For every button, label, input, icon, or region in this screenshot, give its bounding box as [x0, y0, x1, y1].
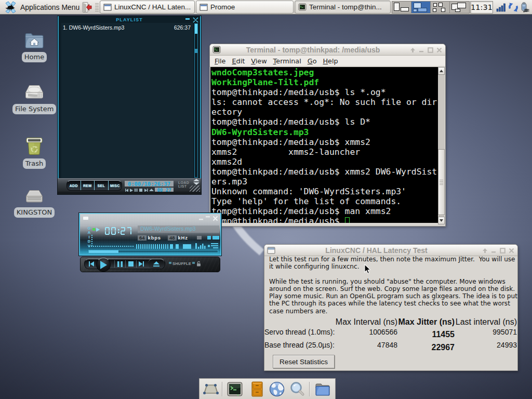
- playlist-resize-grip[interactable]: [190, 185, 200, 192]
- promoe-eject-button[interactable]: [149, 259, 164, 269]
- dock-web-browser-icon[interactable]: [269, 381, 285, 397]
- menu-go[interactable]: Go: [304, 57, 320, 65]
- prev-icon: [89, 261, 95, 267]
- clutterbar-letter[interactable]: O: [87, 227, 91, 231]
- terminal-titlebar[interactable]: Terminal - tomp@thinkpad: /media/usb: [210, 44, 445, 56]
- workspace-3[interactable]: [431, 2, 450, 13]
- taskbar-button-promoe[interactable]: Promoe: [196, 1, 294, 14]
- promoe-clutterbar[interactable]: O A I D V: [87, 227, 91, 248]
- dock-separator: [222, 382, 222, 396]
- clutterbar-letter[interactable]: D: [87, 240, 91, 244]
- promoe-play-button[interactable]: [96, 258, 111, 272]
- promoe-shuffle-toggle[interactable]: SHUFFLE: [172, 261, 191, 266]
- promoe-next-button[interactable]: [136, 259, 147, 269]
- terminal-output[interactable]: wndoComp3states.jpeg WorkingPlane-Tilt.p…: [210, 67, 438, 223]
- playlist-sel-button[interactable]: SEL: [95, 181, 109, 190]
- workspace-window: [441, 8, 445, 12]
- scrollbar-up-button[interactable]: [438, 67, 445, 75]
- promoe-volume-slider[interactable]: [89, 246, 135, 247]
- desktop-icon-home[interactable]: Home: [12, 32, 56, 62]
- load-list-line2: LIST: [178, 185, 189, 189]
- taskbar-button-linuxcnc[interactable]: LinuxCNC / HAL Laten...: [100, 1, 195, 14]
- pause-icon: [117, 261, 123, 267]
- minimize-button[interactable]: [491, 248, 497, 254]
- promoe-prev-button[interactable]: [86, 259, 97, 269]
- promoe-bitrate-unit: kbps: [148, 235, 161, 241]
- promoe-menu-button[interactable]: [83, 217, 88, 220]
- panel-clock[interactable]: 11:31: [470, 1, 493, 14]
- workspace-window: [413, 9, 417, 12]
- dock-search-icon[interactable]: [289, 381, 305, 397]
- promoe-track-title[interactable]: DW6-WyrdSisters.mp3: [138, 225, 219, 233]
- desktop-icon-filesystem[interactable]: File System: [12, 84, 56, 114]
- playlist-entry[interactable]: 1. DW6-WyrdSisters.mp3 626:37: [63, 24, 191, 31]
- window-icon: [200, 3, 208, 11]
- playlist-scroll-arrows[interactable]: [193, 179, 200, 185]
- refresh-arrows-icon[interactable]: [508, 2, 519, 13]
- network-signal-icon[interactable]: [496, 2, 507, 13]
- menu-help[interactable]: Help: [320, 57, 341, 65]
- show-desktop-icon[interactable]: [203, 381, 219, 397]
- desktop-icon-trash[interactable]: Trash: [12, 136, 56, 169]
- terminal-line: xmms2d: [211, 157, 438, 167]
- menu-view[interactable]: View: [248, 57, 270, 65]
- dock-file-manager-icon[interactable]: [314, 381, 331, 397]
- playlist-load-list-button[interactable]: LOAD LIST: [178, 181, 189, 188]
- promoe-spectrum-block: [176, 244, 179, 249]
- playlist-misc-button[interactable]: MISC: [109, 181, 122, 190]
- menu-edit[interactable]: Edit: [229, 57, 248, 65]
- applications-menu-button[interactable]: Applications Menu: [1, 0, 83, 14]
- scrollbar-thumb-grip: [440, 180, 443, 185]
- shade-button[interactable]: [410, 47, 416, 53]
- promoe-minimize-button[interactable]: [199, 216, 204, 221]
- promoe-pause-button[interactable]: [114, 259, 125, 269]
- maximize-button[interactable]: [500, 248, 506, 254]
- workspace-pager[interactable]: [392, 1, 470, 14]
- dock-terminal-icon[interactable]: [227, 381, 243, 397]
- latency-titlebar[interactable]: LinuxCNC / HAL Latency Test: [264, 245, 517, 256]
- playlist-shade-button[interactable]: [185, 18, 190, 20]
- workspace-4[interactable]: [450, 2, 469, 13]
- dock-file-cabinet-icon[interactable]: [249, 381, 265, 397]
- reset-statistics-button[interactable]: Reset Statistics: [273, 355, 335, 368]
- promoe-time-display[interactable]: [105, 227, 134, 235]
- quit-launcher-button[interactable]: [81, 2, 93, 13]
- panel-grip-handle[interactable]: [95, 3, 99, 11]
- terminal-scrollbar[interactable]: [438, 67, 445, 224]
- playlist-scrollbar[interactable]: [194, 23, 198, 178]
- playlist-rem-button[interactable]: REM: [81, 181, 95, 190]
- promoe-samplerate-value: 48: [168, 235, 177, 241]
- promoe-spectrum: [136, 244, 168, 249]
- clutterbar-letter[interactable]: A: [87, 231, 91, 235]
- playlist-title: PLAYLIST: [58, 17, 201, 22]
- home-folder-icon: [24, 32, 45, 49]
- minimize-button[interactable]: [419, 47, 424, 53]
- close-button[interactable]: [436, 47, 442, 53]
- menu-file[interactable]: File: [211, 57, 229, 65]
- scrollbar-down-button[interactable]: [438, 217, 445, 224]
- terminal-line: xmms2 xmms2-launcher: [211, 147, 438, 157]
- eject-icon: [153, 261, 159, 267]
- promoe-eq-slider[interactable]: [91, 235, 92, 246]
- battery-plug-icon[interactable]: [519, 2, 530, 13]
- close-button[interactable]: [509, 248, 514, 254]
- taskbar-button-terminal[interactable]: Terminal - tomp@thin...: [295, 1, 391, 14]
- promoe-close-button[interactable]: [212, 216, 218, 221]
- clutterbar-letter[interactable]: I: [87, 235, 91, 240]
- playlist-scrollbar-thumb[interactable]: [195, 24, 197, 34]
- promoe-stop-button[interactable]: [125, 259, 136, 269]
- shade-button[interactable]: [482, 248, 488, 254]
- playlist-close-button[interactable]: [193, 17, 198, 23]
- promoe-stereo-indicator2: [212, 236, 219, 240]
- workspace-2-active[interactable]: [411, 2, 431, 13]
- terminal-line: ers.mp3: [211, 177, 438, 187]
- playlist-add-button[interactable]: ADD: [67, 181, 81, 190]
- playlist-list[interactable]: 1. DW6-WyrdSisters.mp3 626:37: [61, 23, 193, 178]
- desktop-icon-kingston[interactable]: KINGSTON: [12, 189, 56, 218]
- workspace-1[interactable]: [392, 2, 411, 13]
- menu-terminal[interactable]: Terminal: [270, 57, 304, 65]
- promoe-repeat-lock-icon[interactable]: [196, 261, 201, 267]
- promoe-shade-button[interactable]: [206, 216, 210, 221]
- maximize-button[interactable]: [428, 47, 433, 53]
- scrollbar-thumb[interactable]: [438, 149, 445, 215]
